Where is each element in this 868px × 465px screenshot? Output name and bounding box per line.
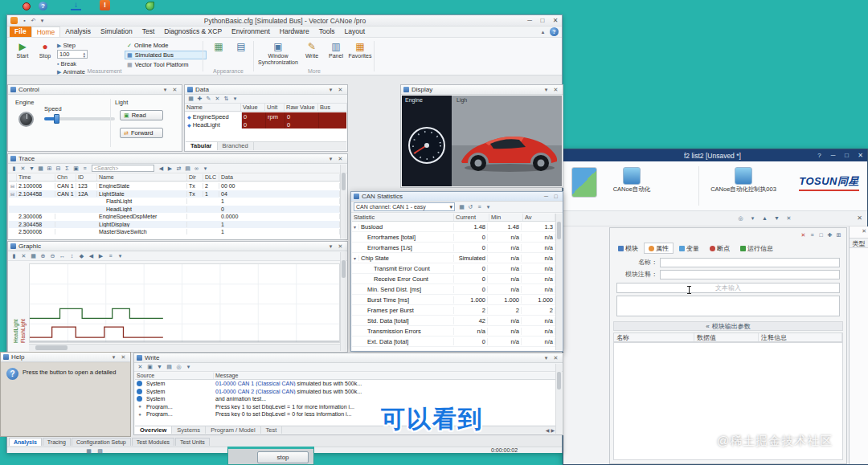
search-input[interactable]	[92, 165, 154, 172]
sum-icon[interactable]: Σ	[63, 165, 71, 173]
dock-menu-icon[interactable]: ▾	[542, 354, 551, 362]
ribbon-tab-home[interactable]: Home	[31, 27, 61, 37]
column-header[interactable]: Statistic	[352, 214, 454, 221]
speed-slider[interactable]	[44, 117, 115, 120]
pause-icon[interactable]: ▮	[10, 165, 18, 173]
step-button[interactable]: ▶ Step	[57, 42, 76, 49]
column-header[interactable]: Current	[454, 214, 489, 221]
edit-icon[interactable]: ✎	[205, 95, 212, 103]
mode-item-online-mode[interactable]: ✓Online Mode	[125, 41, 207, 50]
minimize-icon[interactable]: ─	[542, 193, 551, 201]
table-row[interactable]: 2.304458LightDisplay1	[9, 221, 340, 229]
table-row[interactable]: HeadLight0	[9, 206, 340, 214]
search-icon[interactable]: ◎	[737, 214, 744, 222]
workspace-tab-tracing[interactable]: Tracing	[43, 438, 71, 446]
close-icon[interactable]: ✕	[170, 86, 179, 94]
sort-icon[interactable]: ⇅	[223, 95, 230, 103]
titlebar[interactable]: ▪ ↶ ▾ PythonBasic.cfg [Simulated Bus] - …	[7, 15, 562, 27]
minimize-button[interactable]: ─	[826, 152, 840, 159]
panel-titlebar[interactable]: Trace ▾✕	[8, 154, 347, 164]
grid-status-icon[interactable]: ▦	[85, 447, 92, 455]
dock-menu-icon[interactable]: ▾	[326, 243, 335, 251]
table-row[interactable]: iSystemand animation test...	[135, 395, 555, 403]
search-icon[interactable]: ◎	[175, 363, 182, 371]
data-tab-branched[interactable]: Branched	[218, 142, 254, 150]
table-row[interactable]: Transmission Errorsn/an/an/a	[352, 326, 555, 337]
dock-menu-icon[interactable]: ▾	[326, 155, 335, 163]
help-bubble-icon[interactable]: ?	[39, 2, 47, 10]
write-tab-program-model[interactable]: Program / Model	[206, 426, 260, 434]
panel-titlebar[interactable]: Display ▾✕	[401, 85, 563, 95]
dropdown-icon[interactable]: ▾	[202, 165, 209, 173]
ribbon-tab-test[interactable]: Test	[137, 27, 160, 37]
horizontal-scrollbar[interactable]	[29, 344, 340, 351]
dock-menu-icon[interactable]: ▾	[326, 86, 335, 94]
vertical-scrollbar[interactable]	[340, 165, 346, 239]
columns-icon[interactable]: ▦	[37, 165, 44, 173]
ribbon-tab-analysis[interactable]: Analysis	[60, 27, 96, 37]
help-button[interactable]: ?	[813, 152, 826, 159]
pause-icon[interactable]: ▮	[10, 252, 18, 260]
signal-plot[interactable]	[29, 263, 340, 343]
zoom-out-icon[interactable]: ⊖	[49, 252, 56, 260]
animation-speed-stepper[interactable]: 100▴▾	[57, 50, 88, 59]
table-row[interactable]: ◆HeadLight00	[186, 120, 346, 128]
dock-menu-icon[interactable]: ▾	[109, 353, 118, 361]
prev-icon[interactable]: ◀	[88, 252, 95, 260]
stepper-arrows-icon[interactable]: ▴▾	[83, 51, 85, 58]
down-icon[interactable]: ▼	[773, 214, 780, 222]
delete-icon[interactable]: ✕	[214, 95, 221, 103]
column-header[interactable]: Data	[219, 174, 340, 181]
output-params-section-header[interactable]: « 模块输出参数	[613, 321, 843, 331]
column-header[interactable]: Message	[214, 373, 555, 379]
column-header[interactable]: Source	[135, 373, 214, 379]
close-button[interactable]: ✕	[549, 16, 562, 26]
pin-icon[interactable]: ✚	[826, 231, 833, 239]
titlebar[interactable]: f2 list2 [Unsaved *] ? ─ □ ✕	[563, 149, 867, 161]
panel-titlebar[interactable]: Write ▾✕	[134, 353, 563, 363]
vertical-scrollbar[interactable]	[555, 364, 562, 434]
expand-icon[interactable]: ▾	[352, 224, 359, 230]
green-plugin-icon[interactable]	[145, 2, 154, 10]
ribbon-tab-diagnostics-xcp[interactable]: Diagnostics & XCP	[159, 27, 227, 37]
next-icon[interactable]: ▶	[97, 252, 104, 260]
next-icon[interactable]: ▶	[166, 165, 174, 173]
quick-access-dropdown-icon[interactable]: ▾	[38, 18, 47, 24]
output-params-column-headers[interactable]: 名称数据值注释信息	[613, 332, 843, 342]
column-header[interactable]: Raw Value	[285, 104, 318, 111]
menu-icon[interactable]: ≡	[809, 231, 816, 239]
close-icon[interactable]: ✕	[336, 155, 345, 163]
layers-icon[interactable]: ▣	[72, 165, 80, 173]
workspace-tab-test-units[interactable]: Test Units	[175, 438, 210, 446]
ribbon-tab-layout[interactable]: Layout	[340, 27, 371, 37]
grid-icon[interactable]: ⊞	[835, 231, 842, 239]
column-header[interactable]: Unit	[265, 104, 285, 111]
filter-icon[interactable]: ▼	[156, 363, 163, 371]
ribbon-tab-file[interactable]: File	[10, 27, 31, 37]
slider-handle[interactable]	[54, 114, 59, 124]
signal-label-headlight[interactable]: HeadLight	[13, 319, 18, 343]
workspace-tab-configuration-setup[interactable]: Configuration Setup	[72, 438, 131, 446]
panel-titlebar[interactable]: Control ▾✕	[8, 85, 182, 95]
tab-scroll-arrows[interactable]: ◀▶	[546, 427, 555, 433]
download-icon[interactable]: ↓	[71, 0, 81, 10]
write-column-headers[interactable]: Source Message	[135, 373, 555, 380]
pane-tab-属性[interactable]: 属性	[644, 243, 674, 254]
copy-icon[interactable]: ▣	[146, 363, 154, 371]
ribbon-collapse-icon[interactable]: ▴	[538, 27, 547, 36]
minimize-button[interactable]: ─	[523, 16, 536, 26]
table-row[interactable]: Std. Data [total]42n/an/a	[352, 316, 555, 326]
table-row[interactable]: 2.300006EngineSpeedDspMeter0.0000	[9, 213, 340, 221]
maximize-button[interactable]: □	[840, 152, 854, 159]
legend-icon[interactable]: ≡	[107, 252, 114, 260]
vertical-scrollbar[interactable]	[555, 214, 562, 350]
data-column-headers[interactable]: Name Value Unit Raw Value Bus	[185, 104, 347, 112]
grid-icon[interactable]: ▦	[458, 203, 465, 211]
add-icon[interactable]: ✚	[196, 95, 203, 103]
grid-icon[interactable]: ▦	[187, 95, 194, 103]
record-icon[interactable]	[23, 2, 31, 10]
layout-status-icon[interactable]: ▤	[96, 447, 104, 455]
pane-tab-断点[interactable]: 断点	[705, 243, 735, 254]
table-row[interactable]: Receive Error Count0n/an/a	[352, 274, 555, 284]
save-icon[interactable]: ▪	[20, 18, 29, 23]
